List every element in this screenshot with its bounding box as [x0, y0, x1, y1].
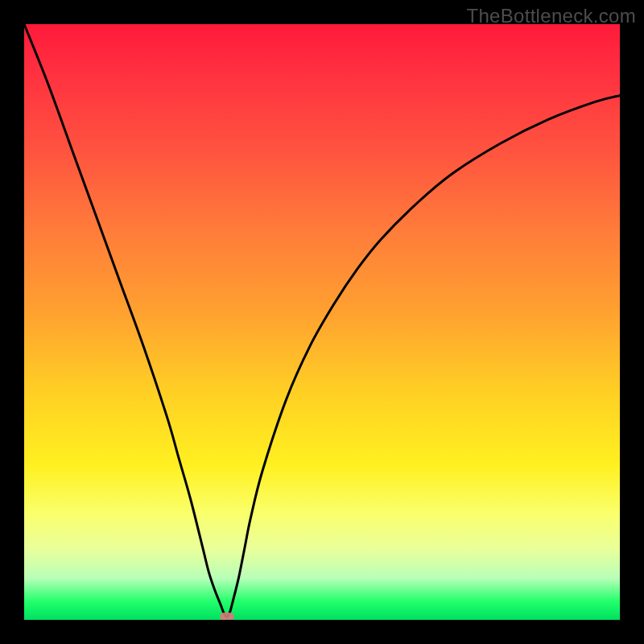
watermark-text: TheBottleneck.com	[466, 5, 636, 27]
curve-path	[24, 24, 620, 617]
chart-frame: TheBottleneck.com	[0, 0, 644, 644]
optimum-marker	[220, 613, 234, 620]
plot-area	[24, 24, 620, 620]
bottleneck-curve	[24, 24, 620, 620]
